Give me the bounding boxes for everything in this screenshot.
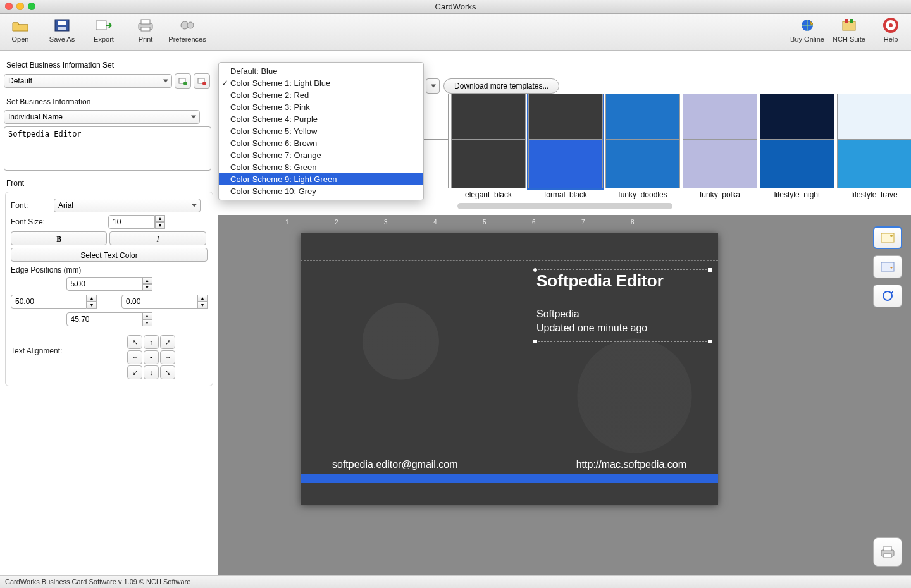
template-funky-doodles[interactable]: funky_doodles <box>605 94 680 199</box>
align-mc[interactable]: • <box>144 350 159 364</box>
color-scheme-option[interactable]: Color Scheme 9: Light Green <box>219 173 423 185</box>
svg-rect-5 <box>141 20 150 24</box>
template-thumbnail <box>683 94 757 188</box>
svg-point-22 <box>883 291 892 300</box>
color-scheme-option[interactable]: Color Scheme 7: Orange <box>219 149 423 161</box>
edge-left-down[interactable]: ▼ <box>87 302 97 309</box>
edge-bottom-down[interactable]: ▼ <box>142 319 152 326</box>
preferences-button[interactable]: Preferences <box>171 16 204 43</box>
field-select[interactable]: Individual Name <box>4 110 200 124</box>
tool-view-back[interactable] <box>873 255 902 278</box>
svg-rect-25 <box>884 554 891 558</box>
template-caption: funky_doodles <box>605 190 680 199</box>
ruler-mark: 4 <box>433 219 437 226</box>
edge-top-down[interactable]: ▼ <box>142 284 152 291</box>
edge-right-input[interactable] <box>121 295 197 309</box>
main-toolbar: OpenSave AsExportPrintPreferences Buy On… <box>0 14 911 51</box>
select-set-label: Select Business Information Set <box>6 61 214 70</box>
delete-set-button[interactable] <box>194 73 210 89</box>
template-elegant-black[interactable]: elegant_black <box>451 94 526 199</box>
svg-rect-3 <box>96 21 106 30</box>
ruler-mark: 3 <box>384 219 388 226</box>
font-label: Font: <box>11 201 51 210</box>
bold-toggle[interactable]: B <box>11 231 107 245</box>
print-icon <box>135 16 156 34</box>
align-bl[interactable]: ↙ <box>127 365 142 379</box>
template-funky-polka[interactable]: funky_polka <box>683 94 757 199</box>
font-panel: Font: Arial Font Size: ▲▼ B I Select Tex… <box>5 192 213 386</box>
font-size-input[interactable] <box>108 215 155 229</box>
color-scheme-option[interactable]: Color Scheme 8: Green <box>219 161 423 173</box>
edge-bottom-input[interactable] <box>66 312 142 326</box>
edge-right-up[interactable]: ▲ <box>197 295 208 302</box>
color-scheme-dropdown[interactable]: Default: BlueColor Scheme 1: Light BlueC… <box>218 62 424 200</box>
download-templates-button[interactable]: Download more templates... <box>443 78 559 94</box>
select-text-color-button[interactable]: Select Text Color <box>11 248 208 262</box>
tool-rotate[interactable] <box>873 285 902 307</box>
color-scheme-option[interactable]: Default: Blue <box>219 65 423 77</box>
color-scheme-select[interactable] <box>426 78 440 94</box>
ruler-mark: 7 <box>581 219 585 226</box>
italic-toggle[interactable]: I <box>109 231 206 245</box>
export-button[interactable]: Export <box>87 16 120 43</box>
edge-bottom-up[interactable]: ▲ <box>142 312 152 319</box>
card-email-text: softpedia.editor@gmail.com <box>332 459 458 470</box>
card-preview[interactable]: Softpedia Editor Softpedia Updated one m… <box>301 233 718 505</box>
template-caption: elegant_black <box>451 190 526 199</box>
edge-positions-group: Edge Positions (mm) ▲▼ ▲▼ ▲▼ ▲▼ <box>11 266 208 326</box>
left-panel: Select Business Information Set Default … <box>0 51 218 575</box>
edge-right-down[interactable]: ▼ <box>197 302 208 309</box>
template-lifestyle-travel[interactable]: lifestyle_trave <box>837 94 911 199</box>
font-size-label: Font Size: <box>11 217 106 226</box>
color-scheme-option[interactable]: Color Scheme 6: Brown <box>219 137 423 149</box>
export-icon <box>94 16 114 34</box>
side-tools <box>873 226 902 307</box>
card-subtitle-2: Updated one minute ago <box>536 321 709 335</box>
font-size-up[interactable]: ▲ <box>155 215 165 222</box>
edge-top-up[interactable]: ▲ <box>142 277 152 284</box>
align-mr[interactable]: → <box>160 350 175 364</box>
template-lifestyle-night[interactable]: lifestyle_night <box>760 94 834 199</box>
align-tl[interactable]: ↖ <box>127 335 142 349</box>
align-tc[interactable]: ↑ <box>144 335 159 349</box>
buy-online-button[interactable]: Buy Online <box>791 16 824 43</box>
edge-left-input[interactable] <box>11 295 87 309</box>
color-scheme-option[interactable]: Color Scheme 1: Light Blue <box>219 77 423 89</box>
card-title-textbox[interactable]: Softpedia Editor Softpedia Updated one m… <box>535 269 710 342</box>
svg-rect-1 <box>58 21 66 25</box>
nch-suite-button[interactable]: NCH Suite <box>833 16 865 43</box>
font-size-down[interactable]: ▼ <box>155 222 165 229</box>
save-as-button[interactable]: Save As <box>46 16 78 43</box>
business-set-select[interactable]: Default <box>4 74 172 88</box>
font-select[interactable]: Arial <box>54 199 201 212</box>
ruler-horizontal: 12345678 <box>285 219 886 230</box>
open-icon <box>10 16 30 34</box>
print-preview-button[interactable] <box>873 537 902 567</box>
text-alignment-label: Text Alignment: <box>11 335 125 355</box>
canvas-area: 12345678 Softpedia Editor Softpedia Upda… <box>218 215 911 575</box>
color-scheme-option[interactable]: Color Scheme 10: Grey <box>219 185 423 197</box>
field-text-input[interactable] <box>4 126 211 171</box>
template-scrollbar[interactable] <box>457 203 672 209</box>
edge-top-input[interactable] <box>66 277 142 291</box>
template-thumbnail <box>528 94 603 188</box>
open-button[interactable]: Open <box>4 16 37 43</box>
font-size-stepper[interactable]: ▲▼ <box>108 215 165 229</box>
print-button[interactable]: Print <box>129 16 162 43</box>
align-ml[interactable]: ← <box>127 350 142 364</box>
add-set-button[interactable] <box>175 73 191 89</box>
template-formal-black[interactable]: formal_black <box>528 94 603 199</box>
color-scheme-option[interactable]: Color Scheme 3: Pink <box>219 101 423 113</box>
color-scheme-option[interactable]: Color Scheme 5: Yellow <box>219 125 423 137</box>
set-business-info-label: Set Business Information <box>6 97 214 106</box>
edge-left-up[interactable]: ▲ <box>87 295 97 302</box>
align-bc[interactable]: ↓ <box>144 365 159 379</box>
toolbar-label: NCH Suite <box>833 35 865 43</box>
align-tr[interactable]: ↗ <box>160 335 175 349</box>
template-thumbnail <box>451 94 526 188</box>
color-scheme-option[interactable]: Color Scheme 2: Red <box>219 89 423 101</box>
color-scheme-option[interactable]: Color Scheme 4: Purple <box>219 113 423 125</box>
align-br[interactable]: ↘ <box>160 365 175 379</box>
tool-view-front[interactable] <box>873 226 902 249</box>
help-button[interactable]: Help <box>874 16 907 43</box>
